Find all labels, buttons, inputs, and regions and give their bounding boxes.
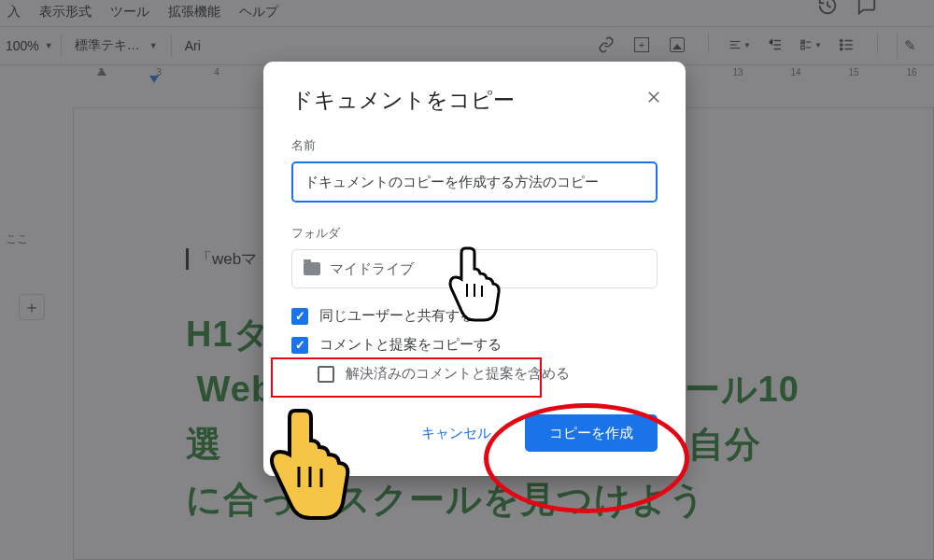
include-resolved-checkbox[interactable]: 解決済みのコメントと提案を含める bbox=[318, 365, 658, 383]
check-icon bbox=[318, 366, 334, 383]
folder-value: マイドライブ bbox=[330, 260, 414, 278]
make-copy-button[interactable]: コピーを作成 bbox=[525, 414, 658, 452]
folder-label: フォルダ bbox=[291, 225, 658, 242]
check-icon: ✓ bbox=[291, 308, 308, 325]
dialog-title: ドキュメントをコピー bbox=[291, 86, 658, 115]
copy-name-input[interactable] bbox=[291, 161, 658, 203]
close-button[interactable] bbox=[641, 84, 667, 110]
copy-comments-checkbox[interactable]: ✓ コメントと提案をコピーする bbox=[291, 336, 658, 354]
share-same-users-checkbox[interactable]: ✓ 同じユーザーと共有する bbox=[291, 307, 658, 325]
copy-document-dialog: ドキュメントをコピー 名前 フォルダ マイドライブ ✓ 同じユーザーと共有する … bbox=[263, 62, 686, 476]
cancel-button[interactable]: キャンセル bbox=[397, 414, 516, 452]
folder-icon bbox=[304, 262, 320, 275]
folder-picker[interactable]: マイドライブ bbox=[291, 249, 658, 288]
name-label: 名前 bbox=[291, 137, 658, 154]
check-icon: ✓ bbox=[291, 337, 308, 354]
